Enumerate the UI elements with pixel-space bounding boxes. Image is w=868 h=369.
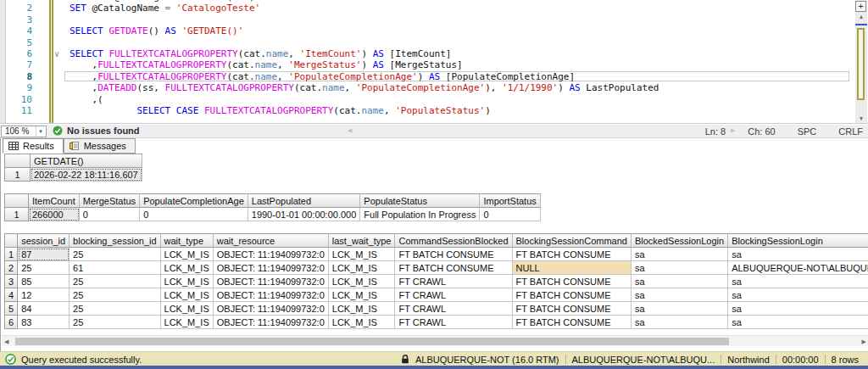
row-header[interactable]: 5 — [5, 302, 18, 316]
grid-cell[interactable]: LCK_M_IS — [161, 288, 214, 302]
zoom-level-select[interactable]: 106 % ▾ — [1, 126, 47, 137]
fold-chevron-icon[interactable] — [54, 48, 59, 59]
column-header[interactable]: wait_type — [161, 234, 214, 248]
select-all-corner[interactable] — [5, 154, 31, 168]
grid-cell[interactable]: FT BATCH CONSUME — [513, 316, 632, 329]
grid-cell[interactable]: LCK_M_IS — [329, 316, 396, 329]
row-header[interactable]: 4 — [5, 288, 18, 302]
grid-cell[interactable]: FT BATCH CONSUME — [513, 288, 632, 302]
row-header[interactable]: 1 — [5, 208, 29, 221]
column-header[interactable]: MergeStatus — [80, 194, 140, 208]
code-line[interactable]: 4SELECT GETDATE() AS 'GETDATE()' — [0, 25, 854, 36]
grid-cell[interactable]: LCK_M_IS — [329, 288, 396, 302]
column-header[interactable]: ItemCount — [29, 194, 80, 208]
row-header[interactable]: 1 — [5, 168, 31, 182]
grid-cell[interactable]: 0 — [140, 208, 248, 221]
code-line[interactable]: 10 ,( — [0, 94, 854, 105]
grid-cell[interactable]: 83 — [18, 316, 70, 329]
grid-cell[interactable]: sa — [728, 316, 868, 329]
code-line[interactable]: 9 ,DATEADD(ss, FULLTEXTCATALOGPROPERTY(c… — [0, 82, 854, 93]
scroll-left-icon[interactable]: ◀ — [348, 127, 352, 134]
grid-cell[interactable]: sa — [632, 248, 728, 261]
column-header[interactable]: blocking_session_id — [70, 234, 160, 248]
scroll-right-icon[interactable]: ▶ — [862, 338, 866, 345]
tab-messages[interactable]: Messages — [64, 138, 136, 154]
scrollbar-thumb[interactable] — [15, 338, 729, 345]
column-header[interactable]: GETDATE() — [31, 154, 142, 168]
grid-cell[interactable]: FT CRAWL — [395, 288, 512, 302]
grid-cell[interactable]: LCK_M_IS — [329, 248, 396, 261]
column-header[interactable]: ImportStatus — [480, 194, 540, 208]
grid-cell[interactable]: LCK_M_IS — [329, 275, 396, 288]
select-all-corner[interactable] — [5, 234, 18, 248]
grid-cell[interactable]: sa — [728, 302, 868, 316]
grid-cell[interactable]: OBJECT: 11:194099732:0 — [214, 288, 329, 302]
grid-cell[interactable]: 266000 — [29, 208, 80, 221]
grid-cell[interactable]: FT BATCH CONSUME — [513, 302, 632, 316]
grid-cell[interactable]: sa — [728, 248, 868, 261]
code-line[interactable]: 2SET @CatalogName = 'CatalogoTeste' — [0, 3, 854, 14]
scroll-down-icon[interactable]: ▼ — [855, 115, 867, 121]
grid-cell[interactable]: 25 — [70, 275, 160, 288]
grid-cell[interactable]: FT BATCH CONSUME — [395, 248, 512, 261]
row-header[interactable]: 2 — [5, 261, 18, 275]
column-header[interactable]: CommandSessionBlocked — [395, 234, 512, 248]
grid-cell[interactable]: sa — [728, 275, 868, 288]
grid-cell[interactable]: Full Population In Progress — [360, 208, 480, 221]
grid-cell[interactable]: FT CRAWL — [395, 316, 512, 329]
grid-cell[interactable]: OBJECT: 11:194099732:0 — [214, 316, 329, 329]
grid-cell[interactable]: FT CRAWL — [395, 275, 512, 288]
column-header[interactable]: session_id — [18, 234, 70, 248]
code-line[interactable]: 3 — [0, 14, 854, 25]
grid-cell[interactable]: LCK_M_IS — [329, 302, 396, 316]
grid-cell[interactable]: FT CRAWL — [395, 302, 512, 316]
grid-cell[interactable]: OBJECT: 11:194099732:0 — [214, 275, 329, 288]
grid-cell[interactable]: 25 — [70, 288, 160, 302]
column-header[interactable]: PopulateStatus — [360, 194, 480, 208]
grid-cell[interactable]: FT BATCH CONSUME — [513, 248, 632, 261]
tab-results[interactable]: Results — [3, 138, 64, 154]
select-all-corner[interactable] — [5, 194, 29, 208]
grid-cell[interactable]: sa — [632, 316, 728, 329]
chevron-down-icon[interactable]: ▾ — [36, 126, 45, 137]
code-lines[interactable]: 1DECLARE @CatalogName VARCHAR(MAX)2SET @… — [0, 0, 854, 116]
scrollbar-thumb[interactable] — [857, 28, 865, 100]
code-line[interactable]: 5 — [0, 37, 854, 48]
grid-cell[interactable]: OBJECT: 11:194099732:0 — [214, 248, 329, 261]
row-header[interactable]: 3 — [5, 275, 18, 288]
grid-cell[interactable]: sa — [632, 275, 728, 288]
health-indicator[interactable]: No issues found — [53, 126, 140, 136]
line-ending-indicator[interactable]: CRLF — [838, 126, 863, 137]
column-header[interactable]: BlockedSessionLogin — [632, 234, 728, 248]
grid-cell[interactable]: sa — [632, 288, 728, 302]
grid-cell[interactable]: 12 — [18, 288, 70, 302]
grid-cell[interactable]: ALBUQUERQUE-NOT\ALBUQUERQUE — [728, 261, 868, 275]
grid-cell[interactable]: 25 — [18, 261, 70, 275]
grid-cell[interactable]: sa — [632, 261, 728, 275]
editor-vertical-scrollbar[interactable]: ▲ ▼ — [855, 0, 867, 124]
column-header[interactable]: last_wait_type — [329, 234, 396, 248]
code-line[interactable]: 7 ,FULLTEXTCATALOGPROPERTY(cat.name, 'Me… — [0, 59, 854, 70]
row-header[interactable]: 6 — [5, 316, 18, 329]
grid-cell[interactable]: 25 — [70, 302, 160, 316]
column-header[interactable]: BlockingSessionCommand — [513, 234, 632, 248]
grid-cell[interactable]: 0 — [480, 208, 540, 221]
grid-cell[interactable]: 1990-01-01 00:00:00.000 — [248, 208, 361, 221]
results-horizontal-scrollbar[interactable]: ◀ ▶ — [2, 335, 868, 346]
grid-cell[interactable]: LCK_M_IS — [161, 302, 214, 316]
scroll-up-icon[interactable]: ▲ — [855, 14, 867, 20]
code-line[interactable]: 11 SELECT CASE FULLTEXTCATALOGPROPERTY(c… — [0, 105, 854, 116]
column-header[interactable]: wait_resource — [214, 234, 329, 248]
scroll-left-icon[interactable]: ◀ — [4, 338, 8, 345]
sql-editor[interactable]: 1DECLARE @CatalogName VARCHAR(MAX)2SET @… — [0, 0, 868, 124]
column-header[interactable]: BlockingSessionLogin — [728, 234, 868, 248]
editor-expand-button[interactable]: + — [855, 1, 866, 12]
grid-cell[interactable]: sa — [728, 288, 868, 302]
column-header[interactable]: PopulateCompletionAge — [140, 194, 248, 208]
grid-cell[interactable]: 0 — [80, 208, 140, 221]
grid-cell[interactable]: OBJECT: 11:194099732:0 — [214, 302, 329, 316]
grid-cell[interactable]: sa — [632, 302, 728, 316]
grid-cell[interactable]: LCK_M_IS — [161, 316, 214, 329]
grid-cell[interactable]: LCK_M_IS — [161, 261, 214, 275]
grid-cell[interactable]: LCK_M_IS — [161, 275, 214, 288]
